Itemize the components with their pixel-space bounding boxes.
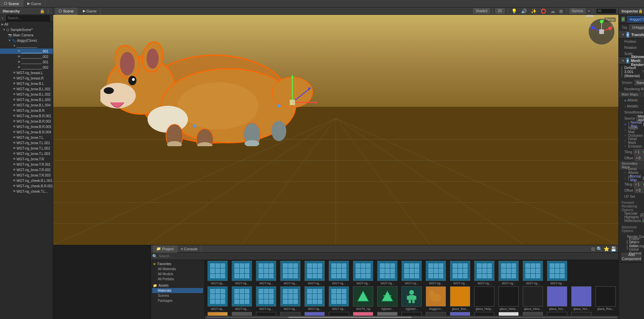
- reflections-check[interactable]: ✓: [642, 219, 644, 223]
- save-icon[interactable]: 💾: [611, 246, 616, 252]
- h-item-doggy[interactable]: ▼ 🐾 doggy(Clone): [0, 38, 53, 43]
- asset-glaza-bas[interactable]: glaza_Bas...: [449, 286, 472, 311]
- h-item-brow-br002[interactable]: 👁WGT-rig_brow.B.R.002: [0, 119, 53, 124]
- h-item-brow-tl001[interactable]: 👁WGT-rig_brow.T.L.001: [0, 140, 53, 146]
- sec-offset-y[interactable]: Y0: [642, 188, 644, 193]
- scene-menu-icon[interactable]: ⋮: [50, 28, 53, 32]
- tab-game[interactable]: ▶ Game: [23, 0, 45, 7]
- shader-select[interactable]: Standard: [635, 80, 644, 85]
- tab-scene[interactable]: ⬡ Scene: [0, 0, 23, 7]
- filter-icon[interactable]: 🔍: [597, 246, 602, 252]
- asset-telo-base[interactable]: telo_Base...: [206, 312, 229, 316]
- source-select[interactable]: Metallic Alpha: [636, 116, 644, 121]
- asset-zuby-mixe[interactable]: zuby_Mixe...: [570, 312, 593, 316]
- tab-game-view[interactable]: ▶ Game: [79, 7, 100, 15]
- h-item-sub2[interactable]: 👁 ___________.001: [0, 49, 53, 54]
- asset-glaza-meta[interactable]: glaza_Meta...: [497, 286, 520, 311]
- asset-rig-start2[interactable]: rig|start...: [400, 286, 423, 311]
- sidebar-materials[interactable]: Materials: [152, 288, 203, 293]
- asset-r2-3[interactable]: WGT-rig...: [255, 286, 278, 311]
- asset-yazyk-hei[interactable]: yazyk_Hei...: [376, 312, 399, 316]
- shading-dropdown[interactable]: Shaded: [473, 8, 489, 13]
- asset-glaza-heig[interactable]: glaza_Heig...: [473, 286, 496, 311]
- asset-wgt4[interactable]: WGT-rig...: [279, 261, 302, 285]
- 2d-toggle[interactable]: 2D: [495, 8, 505, 13]
- h-item-breast-r[interactable]: 👁 WGT-rig_breast.R: [0, 75, 53, 81]
- grid-view-icon[interactable]: ⊞: [591, 246, 595, 252]
- sec-normal-thumb[interactable]: [628, 176, 629, 181]
- h-item-brow-tr001[interactable]: 👁WGT-rig_brow.T.R.001: [0, 162, 53, 167]
- object-name-input[interactable]: [627, 16, 644, 22]
- inspector-lock-icon[interactable]: 🔒: [638, 9, 643, 13]
- star-icon[interactable]: ⭐: [604, 246, 609, 252]
- asset-telo-norma[interactable]: telo_Norma...: [303, 312, 326, 316]
- h-item-sub1[interactable]: ▼ ___________: [0, 43, 53, 49]
- h-item-brow-tr003[interactable]: 👁WGT-rig_brow.T.R.003: [0, 172, 53, 178]
- skybox-icon[interactable]: ⭕: [540, 8, 547, 14]
- h-item-brow-tl[interactable]: 👁WGT-rig_brow.T.L: [0, 135, 53, 140]
- h-item-brow-bl004[interactable]: 👁WGT-rig_brow.B.L.004: [0, 102, 53, 108]
- gizmos-btn[interactable]: Gizmos: [570, 8, 586, 13]
- sidebar-all-materials[interactable]: All Materials: [152, 266, 203, 272]
- asset-rig-start1[interactable]: rig|start...: [376, 286, 399, 311]
- transform-header[interactable]: ▼ ⊕ Transform ? ⚙ ⋮: [619, 31, 644, 38]
- asset-r2-4[interactable]: WGT-rig...: [279, 286, 302, 311]
- h-item-brow-bl003[interactable]: 👁WGT-rig_brow.B.L.003: [0, 97, 53, 102]
- h-item-sub3[interactable]: 👁 ___________.002: [0, 54, 53, 59]
- asset-wgt14[interactable]: WGT-rig...: [521, 261, 544, 285]
- tag-select[interactable]: Untagged: [629, 25, 644, 30]
- add-component-btn[interactable]: Add Component: [621, 253, 641, 260]
- asset-yazyk-rou[interactable]: yazyk_Rou...: [473, 312, 496, 316]
- h-item-brow-br004[interactable]: 👁WGT-rig_brow.B.R.004: [0, 129, 53, 135]
- asset-yazyk-bas[interactable]: yazyk_Bas...: [352, 312, 375, 316]
- sidebar-packages[interactable]: Packages: [152, 298, 203, 303]
- scrollbar-thumb[interactable]: [288, 317, 412, 318]
- sidebar-scenes[interactable]: Scenes: [152, 293, 203, 298]
- skinned-mesh-header[interactable]: ▼ ◈ Skinned Mesh Renderer ? ⚙ ⋮: [619, 57, 644, 64]
- sec-offset-x[interactable]: X0: [635, 188, 642, 193]
- h-item-brow-tr002[interactable]: 👁WGT-rig_brow.T.R.002: [0, 167, 53, 172]
- asset-zuby-base[interactable]: zuby_Base...: [497, 312, 520, 316]
- asset-doggy-av[interactable]: doggyAv...: [424, 286, 447, 311]
- h-item-brow-br003[interactable]: 👁WGT-rig_brow.B.R.003: [0, 124, 53, 129]
- anim-icon[interactable]: ▦: [558, 9, 564, 13]
- asset-wgt5[interactable]: WGT-rig...: [303, 261, 326, 285]
- asset-glaza-nor[interactable]: glaza_Nor...: [546, 286, 569, 311]
- h-item-brow-bl001[interactable]: 👁WGT-rig_brow.B.L.001: [0, 86, 53, 92]
- asset-wgt3[interactable]: WGT-rig...: [255, 261, 278, 285]
- asset-yazyk-mixe[interactable]: yazyk_Mixe...: [424, 312, 447, 316]
- asset-wgt8[interactable]: WGT-rig...: [376, 261, 399, 285]
- asset-r2-2[interactable]: WGT-rig...: [230, 286, 253, 311]
- scene-search-input[interactable]: [596, 8, 616, 14]
- asset-wgt15[interactable]: WGT-rig...: [546, 261, 569, 285]
- asset-telo-mixed[interactable]: telo_Mixed...: [279, 312, 302, 316]
- h-item-sub4[interactable]: 👁 ___________.001: [0, 59, 53, 65]
- assets-search-input[interactable]: [159, 254, 617, 258]
- h-item-maincamera[interactable]: 📷 Main Camera: [0, 32, 53, 38]
- h-item-brow-bl[interactable]: 👁WGT-rig_brow.B.L: [0, 81, 53, 86]
- sidebar-all-prefabs[interactable]: All Prefabs: [152, 277, 203, 282]
- h-item-cheek-tl[interactable]: 👁WGT-rig_cheek.T.L...: [0, 189, 53, 194]
- specular-check[interactable]: ✓: [640, 213, 644, 217]
- gpu-instancing-check[interactable]: [627, 240, 627, 244]
- asset-wgt13[interactable]: WGT-rig...: [497, 261, 520, 285]
- h-item-all[interactable]: ▶ All: [0, 22, 53, 27]
- hierarchy-lock-icon[interactable]: 🔒: [40, 9, 45, 13]
- asset-wgt11[interactable]: WGT-rig...: [449, 261, 472, 285]
- fog-icon[interactable]: ☁: [549, 8, 556, 14]
- hierarchy-search-input[interactable]: [6, 15, 50, 21]
- asset-wgts-rig[interactable]: WGTS_rig: [352, 286, 375, 311]
- hierarchy-add-btn[interactable]: +: [1, 16, 3, 20]
- double-sided-check[interactable]: [627, 246, 627, 250]
- h-item-brow-br[interactable]: 👁WGT-rig_brow.B.R: [0, 108, 53, 113]
- asset-r2-6[interactable]: WGT-rig...: [327, 286, 350, 311]
- asset-wgt6[interactable]: WGT-rig...: [327, 261, 350, 285]
- sidebar-all-models[interactable]: All Models: [152, 272, 203, 277]
- asset-wgt7[interactable]: WGT-rig...: [352, 261, 375, 285]
- tab-scene-view[interactable]: ⬡ Scene: [55, 7, 77, 15]
- asset-wgt1[interactable]: WGT-rig...: [206, 261, 229, 285]
- asset-wgt12[interactable]: WGT-rig...: [473, 261, 496, 285]
- asset-yazyk-no[interactable]: yazyk_No...: [449, 312, 472, 316]
- object-active-check[interactable]: ✓: [621, 17, 625, 22]
- audio-icon[interactable]: 🔊: [520, 8, 528, 14]
